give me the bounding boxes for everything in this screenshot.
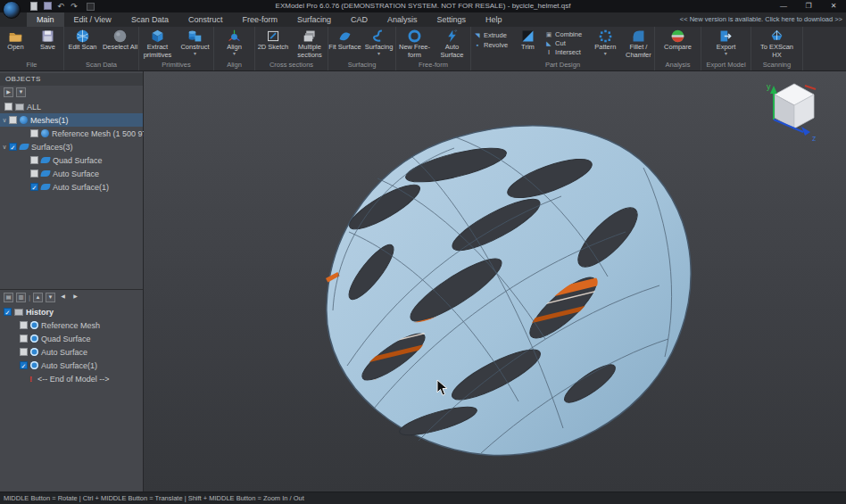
group-label-export-model: Export Model <box>701 60 751 70</box>
status-hint-text: MIDDLE Button = Rotate | Ctrl + MIDDLE B… <box>4 494 304 502</box>
tree-item-meshes[interactable]: ∨ Meshes(1) <box>0 113 143 127</box>
revolve-button[interactable]: ▪ Revolve <box>471 41 513 49</box>
edit-scan-button[interactable]: Edit Scan <box>64 28 101 60</box>
chevron-down-icon: ▾ <box>725 52 727 56</box>
checkbox[interactable] <box>30 156 38 164</box>
tab-construct[interactable]: Construct <box>178 12 233 27</box>
history-panel-toolbar: ▤ ▥ | ▲ ▼ ◀ ▶ <box>0 291 143 304</box>
app-logo-icon[interactable] <box>3 1 21 19</box>
checkbox[interactable] <box>30 129 38 137</box>
checkbox[interactable] <box>20 348 28 356</box>
2d-sketch-button[interactable]: 2D Sketch <box>255 28 291 60</box>
checkbox[interactable]: ✓ <box>9 143 17 151</box>
history-item-reference-mesh[interactable]: Reference Mesh <box>0 318 143 332</box>
ribbon-group-export-model: Export ▾ Export Model <box>701 27 751 70</box>
tree-item-reference-mesh[interactable]: Reference Mesh (1 500 970) <box>0 127 143 140</box>
helmet-shell[interactable] <box>327 126 691 456</box>
fit-surface-button[interactable]: Fit Surface <box>328 28 361 60</box>
tree-item-surfaces[interactable]: ∨ ✓ Surfaces(3) <box>0 140 143 153</box>
title-bar: ↶ ↷ EXModel Pro 6.0.76 (DEMONSTRATION SY… <box>0 0 846 12</box>
pattern-icon <box>598 29 613 44</box>
ribbon-group-align: Align ▾ Align <box>214 27 255 70</box>
axis-y-label: y <box>767 82 771 91</box>
fillet-chamfer-button[interactable]: Fillet / Chamfer <box>623 28 654 60</box>
tab-edit-view[interactable]: Edit / View <box>64 12 121 27</box>
combine-button[interactable]: ▣ Combine <box>543 30 588 38</box>
minimize-button[interactable]: — <box>771 0 796 12</box>
checkbox[interactable] <box>4 103 12 111</box>
multiple-sections-button[interactable]: Multiple sections <box>292 28 328 60</box>
intersect-button[interactable]: Ⅰ Intersect <box>543 48 588 56</box>
checkbox[interactable] <box>9 116 17 124</box>
collapse-tree-icon[interactable]: ▼ <box>16 87 26 97</box>
tab-help[interactable]: Help <box>476 12 512 27</box>
to-exscan-hx-button[interactable]: To EXScan HX <box>758 28 797 60</box>
navigation-cube[interactable]: y z <box>766 78 823 145</box>
align-button[interactable]: Align ▾ <box>215 28 254 60</box>
expand-tree-icon[interactable]: ▶ <box>4 87 13 97</box>
checkbox[interactable] <box>20 335 28 343</box>
history-item-auto-surface-1[interactable]: ✓ Auto Surface(1) <box>0 359 143 372</box>
cut-button[interactable]: ◣ Cut <box>543 39 588 47</box>
save-button[interactable]: Save <box>32 28 63 60</box>
update-banner-link[interactable]: << New version is available. Click here … <box>680 12 842 27</box>
ribbon-group-scan-data: Edit Scan Deselect All Scan Data <box>64 27 139 70</box>
auto-surface-button[interactable]: Auto Surface <box>434 28 470 60</box>
revolve-icon: ▪ <box>474 42 481 49</box>
extrude-button[interactable]: ◥ Extrude <box>471 31 513 39</box>
intersect-icon: Ⅰ <box>545 49 552 56</box>
construct-button[interactable]: Construct ▾ <box>177 28 213 60</box>
ribbon-group-scanning: To EXScan HX Scanning <box>751 27 803 70</box>
group-label-part-design: Part Design <box>471 60 654 70</box>
close-button[interactable]: ✕ <box>821 0 846 12</box>
skip-first-icon[interactable]: ◀ <box>58 293 68 302</box>
tab-surfacing[interactable]: Surfacing <box>287 12 341 27</box>
checkbox[interactable]: ✓ <box>30 183 38 191</box>
pattern-button[interactable]: Pattern ▾ <box>589 28 622 60</box>
compare-button[interactable]: Compare <box>659 28 698 60</box>
helmet-3d-model[interactable] <box>144 71 846 492</box>
floppy-icon <box>40 29 55 44</box>
new-free-form-button[interactable]: New Free-form <box>396 28 433 60</box>
checkbox[interactable] <box>20 321 28 329</box>
trim-icon <box>520 29 535 44</box>
maximize-button[interactable]: ❐ <box>796 0 821 12</box>
history-item-auto-surface[interactable]: Auto Surface <box>0 345 143 359</box>
tab-cad[interactable]: CAD <box>341 12 377 27</box>
folder-icon <box>8 29 23 44</box>
surfacing-button[interactable]: Surfacing ▾ <box>362 28 395 60</box>
tab-analysis[interactable]: Analysis <box>377 12 427 27</box>
ribbon-group-primitives: Extract primitives Construct ▾ Primitive… <box>139 27 214 70</box>
checkbox[interactable]: ✓ <box>20 361 28 369</box>
list-view-icon[interactable]: ▤ <box>4 293 13 302</box>
tree-item-auto-surface-1[interactable]: ✓ Auto Surface(1) <box>0 180 143 194</box>
tree-view-icon[interactable]: ▥ <box>16 293 26 302</box>
tab-main[interactable]: Main <box>27 12 64 27</box>
tree-item-auto-surface[interactable]: Auto Surface <box>0 167 143 180</box>
trim-button[interactable]: Trim <box>514 28 542 60</box>
step-up-icon[interactable]: ▲ <box>33 293 43 302</box>
extract-primitives-button[interactable]: Extract primitives <box>139 28 176 60</box>
checkbox[interactable] <box>30 169 38 178</box>
step-down-icon[interactable]: ▼ <box>46 293 55 302</box>
deselect-all-button[interactable]: Deselect All <box>102 28 138 60</box>
tree-item-quad-surface[interactable]: Quad Surface <box>0 153 143 167</box>
history-item-quad-surface[interactable]: Quad Surface <box>0 332 143 345</box>
list-icon <box>14 309 23 316</box>
scan-sphere-icon <box>75 29 90 44</box>
checkbox[interactable]: ✓ <box>4 308 12 316</box>
tree-item-all[interactable]: ALL <box>0 100 143 113</box>
chevron-down-icon[interactable]: ∨ <box>0 144 9 151</box>
tab-free-form[interactable]: Free-form <box>232 12 287 27</box>
3d-viewport[interactable]: y z <box>144 71 846 492</box>
chevron-down-icon[interactable]: ∨ <box>0 117 9 124</box>
open-button[interactable]: Open <box>0 28 31 60</box>
stacked-sections-icon <box>303 29 318 44</box>
skip-last-icon[interactable]: ▶ <box>70 293 80 302</box>
tab-settings[interactable]: Settings <box>427 12 477 27</box>
group-label-align: Align <box>214 60 254 70</box>
window-title: EXModel Pro 6.0.76 (DEMONSTRATION SYSTEM… <box>0 0 846 12</box>
history-root-item[interactable]: ✓ History <box>0 305 143 318</box>
export-button[interactable]: Export ▾ <box>707 28 746 60</box>
tab-scan-data[interactable]: Scan Data <box>121 12 178 27</box>
